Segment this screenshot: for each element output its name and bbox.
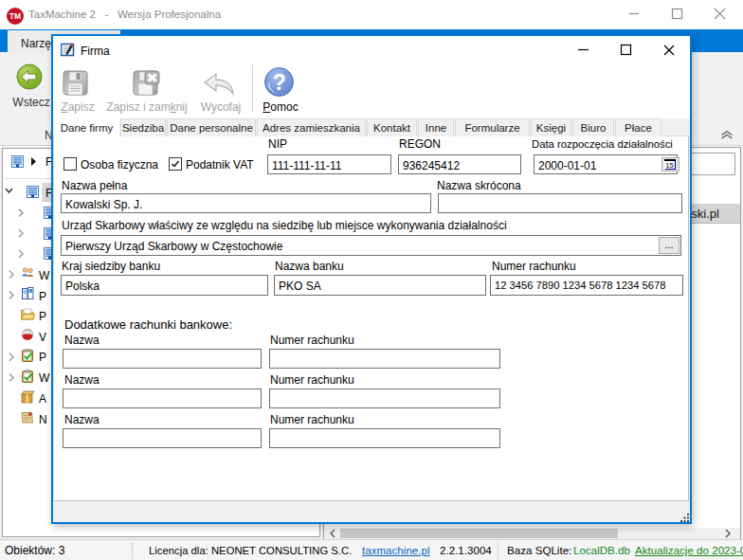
svg-text:P: P: [39, 351, 46, 364]
svg-text:A: A: [39, 392, 46, 406]
svg-text:P: P: [39, 290, 46, 303]
svg-text:P: P: [39, 310, 46, 323]
svg-text:V: V: [39, 331, 46, 344]
svg-text:W: W: [39, 269, 50, 282]
svg-text:W: W: [39, 371, 50, 385]
svg-text:?: ?: [273, 70, 286, 95]
svg-text:N: N: [39, 413, 47, 426]
svg-text:15: 15: [665, 161, 673, 170]
